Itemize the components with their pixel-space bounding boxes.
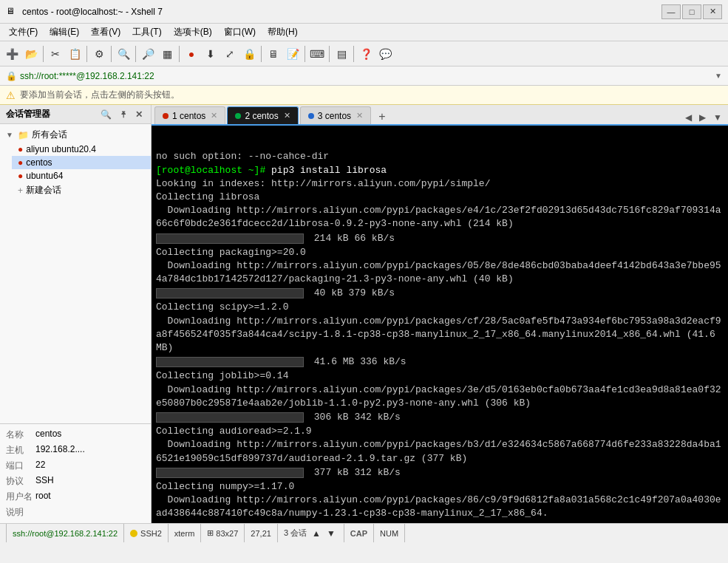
toolbar-open[interactable]: 📂 [22, 45, 40, 63]
terminal-line: Downloading http://mirrors.aliyun.com/py… [156, 204, 724, 231]
menu-help[interactable]: 帮助(H) [262, 24, 304, 40]
session-centos-label: centos [26, 157, 52, 168]
tab-prev-button[interactable]: ◀ [682, 111, 695, 124]
status-down-button[interactable]: ▼ [324, 528, 338, 539]
toolbar-monitor[interactable]: 🖥 [265, 45, 282, 63]
terminal-line: Looking in indexes: http://mirrors.aliyu… [156, 177, 724, 191]
tab-1-close[interactable]: ✕ [211, 111, 217, 120]
info-row-host: 主机 192.168.2.... [0, 443, 151, 458]
tab-2-close[interactable]: ✕ [284, 111, 290, 120]
toolbar-sep7 [305, 46, 305, 62]
sidebar-close-button[interactable]: ✕ [133, 109, 145, 120]
terminal-output[interactable]: no such option: --no-cahce-dir[root@loca… [152, 126, 728, 523]
tab-3-close[interactable]: ✕ [356, 111, 363, 120]
tab-3-centos[interactable]: 3 centos ✕ [300, 106, 371, 124]
toolbar-layout[interactable]: ▤ [333, 45, 350, 63]
tab-dot-3 [308, 113, 314, 119]
sidebar-item-centos[interactable]: ● centos [12, 156, 151, 169]
terminal-area: 1 centos ✕ 2 centos ✕ 3 centos ✕ + ◀ ▶ [152, 105, 728, 523]
tab-2-label: 2 centos [245, 111, 278, 121]
terminal-line: Collecting joblib>=0.14 [156, 369, 724, 383]
status-num: NUM [374, 524, 405, 542]
address-dropdown-icon[interactable]: ▼ [715, 72, 722, 80]
status-dimensions: ⊞ 83x27 [201, 524, 245, 542]
menu-view[interactable]: 查看(V) [85, 24, 126, 40]
sidebar-item-ubuntu64[interactable]: ● ubuntu64 [12, 169, 151, 182]
toolbar-chat[interactable]: 💬 [376, 45, 394, 63]
info-row-port: 端口 22 [0, 458, 151, 474]
sidebar-item-aliyun[interactable]: ● aliyun ubuntu20.4 [12, 143, 151, 156]
toolbar-sep8 [329, 46, 330, 62]
toolbar-search[interactable]: 🔍 [115, 45, 132, 63]
status-cursor: 27,21 [245, 524, 278, 542]
tab-2-centos[interactable]: 2 centos ✕ [227, 106, 298, 124]
sidebar-item-all-sessions[interactable]: ▼ 📁 所有会话 [0, 127, 151, 143]
sidebar-title: 会话管理器 [6, 108, 50, 120]
info-row-name: 名称 centos [0, 427, 151, 443]
toolbar-settings[interactable]: ⚙ [90, 45, 108, 63]
toolbar-help[interactable]: ❓ [357, 45, 375, 63]
progress-bar-line: 41.6 MB 336 kB/s [156, 355, 724, 369]
search-icon[interactable]: 🔍 [98, 109, 114, 120]
menu-edit[interactable]: 编辑(E) [44, 24, 85, 40]
toolbar-keyboard[interactable]: ⌨ [308, 45, 326, 63]
status-address-text: ssh://root@192.168.2.141:22 [13, 529, 118, 538]
close-button[interactable]: ✕ [703, 4, 722, 19]
status-up-button[interactable]: ▲ [310, 528, 323, 539]
toolbar-color[interactable]: ● [183, 45, 200, 63]
toolbar-sep1 [43, 46, 44, 62]
progress-bar-container [156, 357, 304, 367]
toolbar-new[interactable]: ➕ [3, 45, 21, 63]
tab-nav: ◀ ▶ ▼ [682, 111, 725, 124]
toolbar-script[interactable]: 📝 [284, 45, 302, 63]
minimize-button[interactable]: — [661, 4, 681, 19]
sidebar-item-new-session[interactable]: + 新建会话 [12, 182, 151, 198]
menu-file[interactable]: 文件(F) [3, 24, 44, 40]
toolbar-zoom[interactable]: 🔎 [139, 45, 157, 63]
title-bar: 🖥 centos - root@localhost:~ - Xshell 7 —… [0, 0, 728, 24]
tab-next-button[interactable]: ▶ [696, 111, 709, 124]
terminal-line: Downloading http://mirrors.aliyun.com/py… [156, 259, 724, 286]
folder-icon: 📁 [18, 130, 29, 140]
lock-icon: 🔒 [6, 71, 17, 81]
server-icon-centos: ● [18, 157, 23, 168]
all-sessions-label: 所有会话 [32, 129, 67, 141]
menu-tools[interactable]: 工具(T) [126, 24, 167, 40]
terminal-line: Collecting scipy>=1.2.0 [156, 301, 724, 314]
toolbar-download[interactable]: ⬇ [202, 45, 220, 63]
toolbar-lock[interactable]: 🔒 [240, 45, 258, 63]
toolbar-copy[interactable]: 📋 [66, 45, 84, 63]
expand-icon: ▼ [6, 131, 15, 139]
status-nav: ▲ ▼ [310, 528, 338, 539]
tab-add-button[interactable]: + [372, 109, 391, 124]
name-value: centos [35, 429, 61, 441]
terminal-line: Downloading http://mirrors.aliyun.com/py… [156, 383, 724, 410]
status-cap: CAP [344, 524, 374, 542]
session-aliyun-label: aliyun ubuntu20.4 [26, 144, 96, 154]
tab-1-centos[interactable]: 1 centos ✕ [154, 106, 225, 124]
status-terminal-type: xterm [169, 524, 202, 542]
terminal-command: pip3 install librosa [265, 165, 387, 176]
status-indicator [130, 530, 137, 537]
progress-size-label: 377 kB 312 kB/s [308, 466, 401, 480]
toolbar-sep2 [86, 46, 87, 62]
terminal-line: no such option: --no-cahce-dir [156, 150, 724, 163]
terminal-line: Collecting librosa [156, 191, 724, 204]
maximize-button[interactable]: □ [682, 4, 701, 19]
host-value: 192.168.2.... [35, 444, 85, 457]
toolbar-resize[interactable]: ⤢ [221, 45, 239, 63]
window-title: centos - root@localhost:~ - Xshell 7 [22, 7, 661, 17]
address-bar: 🔒 ssh://root:*****@192.168.2.141:22 ▼ [0, 66, 728, 86]
sidebar-header: 会话管理器 🔍 🖈 ✕ [0, 105, 151, 124]
status-cursor-text: 27,21 [251, 529, 271, 538]
status-terminal-text: xterm [174, 529, 195, 538]
port-value: 22 [35, 460, 45, 472]
menu-tabs[interactable]: 选项卡(B) [168, 24, 218, 40]
status-sessions-text: 3 会话 [284, 528, 307, 539]
tab-menu-button[interactable]: ▼ [710, 111, 725, 124]
pin-button[interactable]: 🖈 [117, 109, 130, 120]
toolbar-cut[interactable]: ✂ [47, 45, 64, 63]
menu-window[interactable]: 窗口(W) [218, 24, 262, 40]
toolbar-arrange[interactable]: ▦ [158, 45, 176, 63]
sidebar-sessions-group: ● aliyun ubuntu20.4 ● centos ● ubuntu64 … [0, 143, 151, 198]
